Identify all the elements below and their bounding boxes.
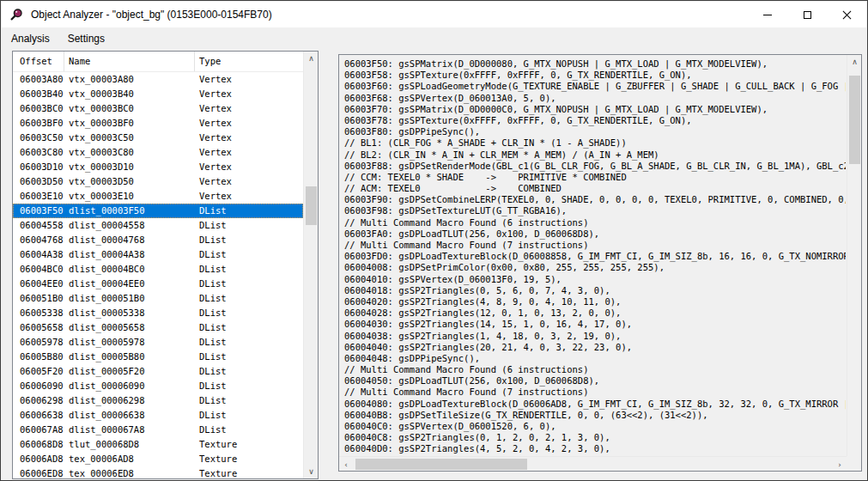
cell-offset: 06003C80 <box>13 145 64 160</box>
code-line: 06004050: gsDPLoadTLUT(256, 0x100, D_060… <box>344 375 846 387</box>
scroll-left-icon[interactable]: ‹ <box>339 457 353 472</box>
minimize-button[interactable] <box>748 2 787 27</box>
cell-name: dlist_00005978 <box>64 335 195 350</box>
scroll-right-icon[interactable]: › <box>833 457 847 472</box>
cell-name: dlist_00005F20 <box>64 364 195 379</box>
maximize-button[interactable] <box>787 2 827 27</box>
table-row[interactable]: 06006298dlist_00006298DList <box>13 393 303 408</box>
code-line: 06003F78: gsSPTexture(0xFFFF, 0xFFFF, 0,… <box>344 115 846 126</box>
cell-offset: 060051B0 <box>13 291 64 306</box>
code-line: // BL2: (CLR_IN * A_IN + CLR_MEM * A_MEM… <box>344 149 846 161</box>
cell-offset: 06006090 <box>13 379 64 393</box>
scroll-up-icon[interactable]: ∧ <box>847 55 862 69</box>
code-line: 06004010: gsSPVertex(D_060013F0, 19, 5), <box>344 274 846 285</box>
cell-offset: 06003E10 <box>13 189 64 204</box>
cell-name: dlist_00004BC0 <box>64 262 195 277</box>
code-line: 06003F80: gsDPPipeSync(), <box>344 126 846 137</box>
window-controls <box>748 2 866 27</box>
column-header-name[interactable]: Name <box>64 52 195 71</box>
column-header-offset[interactable]: Offset <box>13 52 64 71</box>
table-row[interactable]: 06005F20dlist_00005F20DList <box>13 364 303 379</box>
scroll-up-icon[interactable]: ∧ <box>304 52 319 65</box>
table-row[interactable]: 06003A80vtx_00003A80Vertex <box>13 72 303 87</box>
cell-name: dlist_00006638 <box>64 408 195 423</box>
table-row[interactable]: 06006AD8tex_00006AD8Texture <box>13 452 303 466</box>
cell-name: dlist_00005B80 <box>64 350 195 364</box>
cell-name: dlist_00005658 <box>64 320 195 335</box>
table-row[interactable]: 06003B40vtx_00003B40Vertex <box>13 87 303 101</box>
cell-offset: 06005338 <box>13 306 64 320</box>
table-row[interactable]: 06004EE0dlist_00004EE0DList <box>13 277 303 291</box>
object-list-rows: 06003A80vtx_00003A80Vertex06003B40vtx_00… <box>13 72 303 478</box>
table-row[interactable]: 06006638dlist_00006638DList <box>13 408 303 423</box>
code-vscrollbar-thumb[interactable] <box>849 76 860 164</box>
dlist-code-panel[interactable]: 06003F50: gsSPMatrix(D_0D000080, G_MTX_N… <box>338 54 862 472</box>
table-row[interactable]: 06003D50vtx_00003D50Vertex <box>13 174 303 189</box>
code-line: 06003F90: gsDPSetCombineLERP(TEXEL0, 0, … <box>344 194 846 205</box>
cell-offset: 06005978 <box>13 335 64 350</box>
menu-settings[interactable]: Settings <box>59 28 113 49</box>
table-row[interactable]: 06005978dlist_00005978DList <box>13 335 303 350</box>
table-row[interactable]: 060051B0dlist_000051B0DList <box>13 291 303 306</box>
cell-name: dlist_00004558 <box>64 218 195 233</box>
code-line: 06004028: gsSP2Triangles(12, 0, 1, 0, 13… <box>344 307 846 319</box>
code-line: 06004038: gsSP2Triangles(1, 4, 18, 0, 3,… <box>344 331 846 342</box>
list-scrollbar-thumb[interactable] <box>306 186 317 225</box>
table-row[interactable]: 06003E10vtx_00003E10Vertex <box>13 189 303 204</box>
cell-name: dlist_00006090 <box>64 379 195 393</box>
close-button[interactable] <box>827 2 866 27</box>
table-row[interactable]: 06005658dlist_00005658DList <box>13 320 303 335</box>
cell-name: dlist_000051B0 <box>64 291 195 306</box>
table-row[interactable]: 06003F50dlist_00003F50DList <box>13 204 303 218</box>
code-line: 06003F70: gsSPMatrix(D_0D0000C0, G_MTX_N… <box>344 104 846 115</box>
cell-type: DList <box>195 408 227 423</box>
code-line: // Multi Command Macro Found (7 instruct… <box>344 240 846 251</box>
code-line: 060040D0: gsSP2Triangles(4, 5, 2, 0, 4, … <box>344 443 846 454</box>
table-row[interactable]: 06004A38dlist_00004A38DList <box>13 247 303 262</box>
column-header-type[interactable]: Type <box>195 52 303 71</box>
titlebar[interactable]: Object Analyzer - "object_bg" (0153E000-… <box>2 2 866 27</box>
table-row[interactable]: 060068D8tlut_000068D8Texture <box>13 437 303 452</box>
code-line: 06004048: gsDPPipeSync(), <box>344 353 846 364</box>
cell-type: DList <box>195 423 227 437</box>
scroll-down-icon[interactable]: ∨ <box>304 465 319 478</box>
cell-type: Vertex <box>195 116 232 131</box>
code-lines: 06003F50: gsSPMatrix(D_0D000080, G_MTX_N… <box>340 56 846 455</box>
table-row[interactable]: 060067A8dlist_000067A8DList <box>13 423 303 437</box>
table-row[interactable]: 06003BF0vtx_00003BF0Vertex <box>13 116 303 131</box>
table-row[interactable]: 06005B80dlist_00005B80DList <box>13 350 303 364</box>
cell-offset: 06006638 <box>13 408 64 423</box>
cell-type: DList <box>195 350 227 364</box>
table-row[interactable]: 06003C80vtx_00003C80Vertex <box>13 145 303 160</box>
code-line: 06004080: gsDPLoadTextureBlock(D_06006AD… <box>344 399 846 410</box>
table-row[interactable]: 06003C50vtx_00003C50Vertex <box>13 131 303 145</box>
menu-analysis[interactable]: Analysis <box>3 28 58 49</box>
table-row[interactable]: 06005338dlist_00005338DList <box>13 306 303 320</box>
code-line: // ACM: TEXEL0 -> COMBINED <box>344 183 846 194</box>
cell-name: vtx_00003C50 <box>64 131 195 145</box>
code-hscrollbar-thumb[interactable] <box>355 459 527 470</box>
table-row[interactable]: 06003BC0vtx_00003BC0Vertex <box>13 101 303 116</box>
cell-type: Vertex <box>195 131 232 145</box>
cell-offset: 06003B40 <box>13 87 64 101</box>
table-row[interactable]: 06004768dlist_00004768DList <box>13 233 303 247</box>
code-horizontal-scrollbar[interactable]: ‹ › <box>339 456 847 471</box>
table-row[interactable]: 06006ED8tex_00006ED8Texture <box>13 466 303 478</box>
cell-type: DList <box>195 247 227 262</box>
cell-name: vtx_00003A80 <box>64 72 195 87</box>
code-line: 06003F98: gsDPSetTextureLUT(G_TT_RGBA16)… <box>344 205 846 216</box>
list-vertical-scrollbar[interactable]: ∧ ∨ <box>303 52 318 478</box>
table-row[interactable]: 06004BC0dlist_00004BC0DList <box>13 262 303 277</box>
code-line: 06004020: gsSP2Triangles(4, 8, 9, 0, 4, … <box>344 296 846 307</box>
cell-name: vtx_00003E10 <box>64 189 195 204</box>
code-line: 06004040: gsSP2Triangles(20, 21, 4, 0, 3… <box>344 342 846 353</box>
table-row[interactable]: 06003D10vtx_00003D10Vertex <box>13 160 303 174</box>
cell-type: Vertex <box>195 72 232 87</box>
table-row[interactable]: 06004558dlist_00004558DList <box>13 218 303 233</box>
cell-name: dlist_000067A8 <box>64 423 195 437</box>
cell-offset: 06004A38 <box>13 247 64 262</box>
cell-name: tlut_000068D8 <box>64 437 195 452</box>
table-row[interactable]: 06006090dlist_00006090DList <box>13 379 303 393</box>
code-line: 060040C8: gsSP2Triangles(0, 1, 2, 0, 2, … <box>344 432 846 443</box>
code-vertical-scrollbar[interactable]: ∧ <box>847 55 861 456</box>
